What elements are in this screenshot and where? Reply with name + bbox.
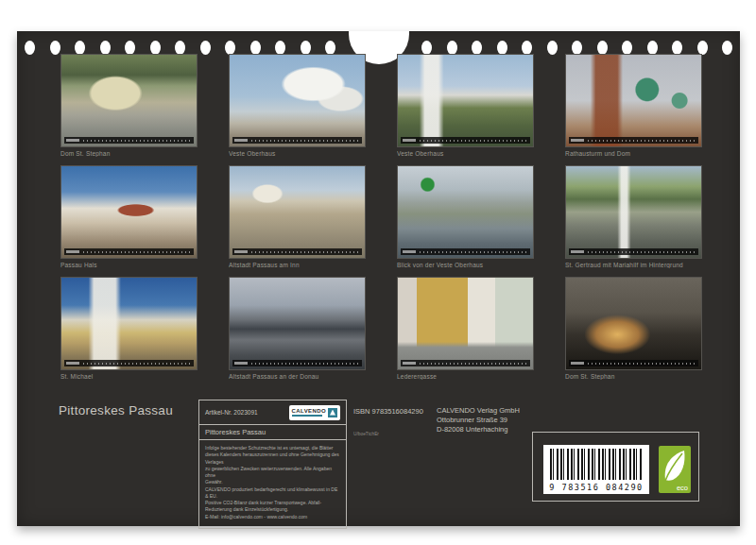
photo-caption: Veste Oberhaus — [397, 150, 534, 157]
binding-hole — [200, 41, 211, 55]
binding-hole — [100, 41, 111, 55]
binding-hole — [75, 41, 85, 55]
calendar-thumbnail: Blick von der Veste Oberhaus — [397, 165, 534, 268]
calendar-thumbnail: Dom St. Stephan — [565, 277, 702, 380]
month-strip — [569, 137, 698, 144]
eco-label: eco — [677, 484, 688, 492]
author-code: U/boeTtchEr — [353, 432, 379, 436]
calendar-thumbnail: Passau Hals — [60, 165, 198, 268]
calendar-page-photo — [397, 277, 534, 370]
month-strip — [569, 248, 698, 255]
calendar-title: Pittoreskes Passau — [59, 403, 173, 417]
binding-hole — [497, 41, 507, 55]
barcode-bars — [550, 449, 643, 480]
calvendo-tagline-bar — [292, 415, 323, 417]
product-photo: Dom St. Stephan Veste Oberhaus Veste Obe… — [0, 0, 756, 545]
binding-hole — [522, 41, 532, 55]
calvendo-logo-text-block: CALVENDO — [292, 408, 326, 417]
publisher-address: CALVENDO Verlag GmbH Ottobrunner Straße … — [437, 406, 520, 434]
binding-hole — [421, 41, 432, 55]
month-strip — [232, 137, 362, 144]
photo-caption: St. Michael — [60, 373, 198, 380]
binding-hole — [150, 41, 161, 55]
calendar-thumbnail: Rathausturm und Dom — [565, 54, 702, 157]
article-row: Artikel-Nr. 2023091 CALVENDO — [199, 400, 346, 425]
binding-hole — [597, 41, 608, 55]
month-strip — [401, 248, 530, 255]
photo-caption: Rathausturm und Dom — [565, 150, 702, 157]
calendar-thumbnail: Altstadt Passaus an der Donau — [229, 277, 366, 380]
binding-hole — [672, 41, 682, 55]
calendar-thumbnail: St. Michael — [60, 277, 198, 380]
binding-holes-right — [421, 41, 732, 55]
legal-text: Infolge bestehender Schutzrechte ist es … — [199, 440, 346, 528]
binding-hole — [301, 41, 311, 55]
photo-caption: Passau Hals — [60, 262, 198, 268]
binding-hole — [547, 41, 558, 55]
binding-hole — [50, 41, 60, 55]
binding-hole — [125, 41, 135, 55]
photo-caption: Altstadt Passaus an der Donau — [229, 373, 366, 380]
photo-caption: St. Gertraud mit Mariahilf im Hintergrun… — [565, 262, 702, 268]
calendar-page-photo — [397, 54, 534, 147]
product-title: Pittoreskes Passau — [199, 425, 346, 440]
calvendo-logo: CALVENDO — [289, 405, 340, 420]
calvendo-mark-icon — [328, 408, 337, 417]
calendar-thumbnail: Altstadt Passaus am Inn — [229, 165, 366, 268]
photo-caption: Altstadt Passaus am Inn — [229, 262, 366, 268]
calendar-page-photo — [229, 277, 366, 370]
calvendo-wordmark: CALVENDO — [292, 408, 326, 414]
calendar-page-photo — [60, 165, 198, 259]
binding-hole — [472, 41, 482, 55]
barcode-panel: 9 783516 084290 — [543, 445, 649, 494]
binding-hole — [225, 41, 235, 55]
calendar-page-photo — [229, 165, 366, 259]
article-number: Artikel-Nr. 2023091 — [205, 409, 258, 416]
calendar-page-photo — [60, 54, 198, 147]
month-strip — [64, 248, 194, 255]
binding-hole — [325, 41, 335, 55]
binding-hole — [647, 41, 658, 55]
photo-caption: Dom St. Stephan — [565, 373, 702, 380]
calendar-page-photo — [60, 277, 198, 370]
isbn-text: ISBN 9783516084290 — [353, 407, 423, 416]
photo-grid: Dom St. Stephan Veste Oberhaus Veste Obe… — [60, 54, 702, 380]
info-table: Artikel-Nr. 2023091 CALVENDO Pittoreskes… — [198, 400, 347, 529]
calendar-page-photo — [565, 165, 702, 259]
calendar-page-photo — [229, 54, 366, 147]
binding-hole — [622, 41, 632, 55]
binding-hole — [697, 41, 708, 55]
calendar-thumbnail: Dom St. Stephan — [60, 54, 198, 157]
calendar-page-photo — [565, 54, 702, 147]
calendar-thumbnail: Veste Oberhaus — [397, 54, 534, 157]
barcode-digits: 9 783516 084290 — [543, 483, 649, 492]
photo-caption: Blick von der Veste Oberhaus — [397, 262, 534, 268]
month-strip — [64, 137, 194, 144]
photo-caption: Lederergasse — [397, 373, 534, 380]
publisher-name: CALVENDO Verlag GmbH — [437, 406, 520, 416]
binding-hole — [25, 41, 35, 55]
leaf-icon — [662, 450, 688, 485]
binding-hole — [722, 41, 732, 55]
photo-caption: Veste Oberhaus — [229, 150, 366, 157]
eco-logo: eco — [659, 446, 691, 493]
binding-hole — [572, 41, 582, 55]
binding-hole — [250, 41, 261, 55]
calendar-thumbnail: St. Gertraud mit Mariahilf im Hintergrun… — [565, 165, 702, 268]
month-strip — [401, 360, 530, 366]
month-strip — [401, 137, 530, 144]
calendar-thumbnail: Lederergasse — [397, 277, 534, 380]
month-strip — [569, 360, 698, 366]
photo-caption: Dom St. Stephan — [60, 150, 198, 157]
calendar-back-cover: Dom St. Stephan Veste Oberhaus Veste Obe… — [17, 31, 740, 526]
publisher-street: Ottobrunner Straße 39 — [437, 416, 520, 425]
binding-hole — [175, 41, 185, 55]
binding-hole — [275, 41, 285, 55]
barcode-box: 9 783516 084290 eco — [532, 432, 699, 502]
month-strip — [232, 248, 362, 255]
calendar-page-photo — [565, 277, 702, 370]
binding-hole — [447, 41, 457, 55]
publisher-city: D-82008 Unterhaching — [437, 425, 520, 434]
month-strip — [232, 360, 362, 366]
calendar-thumbnail: Veste Oberhaus — [229, 54, 366, 157]
